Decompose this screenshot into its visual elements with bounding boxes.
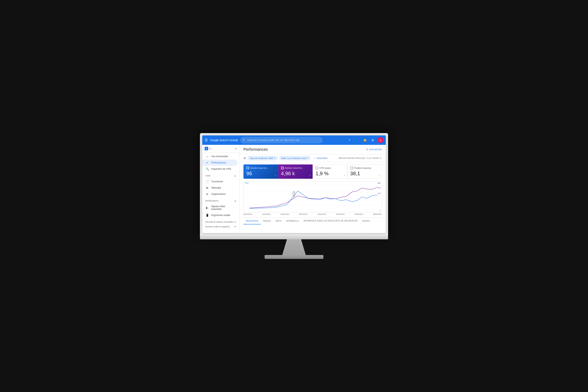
monitor-chin (200, 236, 388, 239)
metric-card-clics[interactable]: ✓ Nombre total de c... 96 ? (244, 164, 278, 179)
chart-y-right-values: 300 150 (378, 185, 380, 196)
sidebar-item-suppressions[interactable]: ⊘ Suppressions (202, 191, 238, 197)
metric-checkbox-impressions[interactable]: ✓ (281, 166, 284, 169)
metric-value-position: 38,1 (350, 170, 379, 176)
sidebar-item-label: Couverture (211, 180, 223, 183)
search-icon: 🔍 (206, 168, 209, 170)
sidebar-item-ergonomie[interactable]: 📱 Ergonomie mobile (202, 212, 238, 218)
anciens-outils-section-header[interactable]: Anciens outils et rapports ▼ (202, 224, 239, 228)
filter-icon: ⚙ (244, 156, 246, 160)
metric-card-ctr[interactable]: CTR moyen 1,9 % ? (312, 164, 347, 179)
sidebar-item-inspection-url[interactable]: 🔍 Inspection de l'URL (202, 166, 238, 172)
chart-y-left-label: Clics (245, 182, 249, 184)
site-icon: C (204, 147, 208, 150)
tab-pays[interactable]: PAYS (273, 218, 284, 224)
x-label-8: 08/03/2021 (373, 213, 382, 215)
index-nav-section: 📄 Couverture ⊞ Sitemaps ⊘ Suppressions (202, 178, 239, 198)
chart-x-labels: 08/02/2021 12/02/2021 16/02/2021 20/02/2… (244, 212, 382, 215)
x-label-5: 24/02/2021 (318, 213, 326, 215)
tab-dates[interactable]: DATES (360, 218, 372, 224)
edit-icon-2: ✎ (307, 157, 308, 159)
filters-bar: ⚙ Type de recherche: Web ✎ Date: Les 3 d… (240, 154, 386, 162)
download-icon: ⬇ (366, 148, 368, 151)
add-filter-button[interactable]: ＋ NOUVEAU (312, 156, 330, 160)
securite-section-label: Sécurité et actions manuelles (206, 221, 234, 223)
add-filter-label: NOUVEAU (317, 157, 328, 159)
top-nav: ☰ Google Search Console 🔍 ? 👤 🔔 ⊞ a (202, 136, 386, 145)
help-icon-position: ? (378, 175, 380, 177)
tab-requetes[interactable]: REQUÊTES (244, 218, 261, 224)
add-icon: ＋ (314, 156, 316, 160)
browser-window: ☰ Google Search Console 🔍 ? 👤 🔔 ⊞ a (202, 136, 386, 233)
nav-icons: ? 👤 🔔 ⊞ a (346, 137, 384, 143)
hamburger-icon[interactable]: ☰ (204, 138, 208, 142)
filter-date-label: Date: Les 3 derniers mois (282, 157, 306, 159)
filter-chip-date[interactable]: Date: Les 3 derniers mois ✎ (279, 156, 310, 160)
help-icon-impressions: ? (309, 175, 310, 177)
metric-checkbox-position[interactable] (350, 166, 353, 169)
export-button[interactable]: ⬇ EXPORTER (366, 148, 382, 151)
ameliorations-section-header: Améliorations ▲ (202, 198, 239, 203)
tab-pages[interactable]: PAGES (261, 218, 274, 224)
x-label-3: 16/02/2021 (280, 213, 289, 215)
sidebar-item-signaux-web[interactable]: ◐ Signaux Web essentiels (202, 204, 238, 212)
metric-value-clics: 96 (246, 170, 275, 176)
app-title: Google Search Console (210, 138, 238, 142)
search-bar[interactable]: 🔍 (240, 137, 322, 144)
sidebar-item-vue-ensemble[interactable]: ⌂ Vue d'ensemble (202, 153, 238, 160)
help-icon[interactable]: ? (346, 137, 352, 143)
apps-icon[interactable]: ⊞ (370, 137, 376, 143)
metric-checkbox-ctr[interactable] (316, 166, 318, 169)
edit-icon: ✎ (274, 157, 276, 159)
chart-area: Clics 450 300 150 0 (244, 181, 382, 212)
last-update-text: Date de la dernière mise à jour : il y a… (338, 157, 379, 159)
chevron-up-icon-2[interactable]: ▲ (234, 200, 236, 202)
chevron-down-icon: ▼ (235, 148, 237, 150)
chart-container: Clics 450 300 150 0 (240, 181, 386, 218)
content-header: Performances ⬇ EXPORTER (240, 145, 386, 154)
sidebar-item-label: Suppressions (211, 193, 226, 196)
chevron-down-icon-anciens[interactable]: ▼ (234, 226, 236, 228)
ameliorations-nav-section: ◐ Signaux Web essentiels 📱 Ergonomie mob… (202, 203, 239, 219)
avatar[interactable]: a (378, 137, 384, 143)
metric-card-impressions[interactable]: ✓ Nombre total d'im... 4,96 k ? (278, 164, 313, 179)
monitor-screen: ☰ Google Search Console 🔍 ? 👤 🔔 ⊞ a (200, 133, 388, 236)
sidebar-item-couverture[interactable]: 📄 Couverture (202, 178, 238, 185)
accounts-icon[interactable]: 👤 (354, 137, 360, 143)
site-selector[interactable]: C C... ▼ (202, 145, 239, 152)
file-icon: 📄 (206, 180, 209, 183)
ameliorations-section-label: Améliorations (206, 200, 218, 202)
sidebar-item-label: Sitemaps (211, 186, 221, 189)
notifications-icon[interactable]: 🔔 (362, 137, 368, 143)
chart-y-right-450: 450 (378, 182, 380, 184)
sidebar-item-label: Ergonomie mobile (211, 214, 230, 216)
sidebar-item-label: Performances (211, 161, 226, 164)
monitor-stand-base (264, 255, 324, 259)
metric-value-ctr: 1,9 % (316, 170, 344, 176)
x-label-4: 20/02/2021 (299, 213, 308, 215)
block-icon: ⊘ (206, 192, 209, 196)
tab-appareils[interactable]: APPAREILS (284, 218, 301, 224)
securite-section-header[interactable]: Sécurité et actions manuelles ▼ (202, 219, 239, 224)
x-label-7: 04/03/2021 (354, 213, 364, 215)
search-input[interactable] (247, 139, 320, 142)
chevron-up-icon[interactable]: ▲ (234, 175, 236, 177)
sidebar-item-label: Inspection de l'URL (211, 168, 232, 170)
metric-checkbox-clics[interactable]: ✓ (246, 166, 249, 169)
filter-type-label: Type de recherche: Web (250, 157, 273, 159)
metric-card-position[interactable]: Position moyenne 38,1 ? (347, 164, 382, 179)
index-section-header: Index ▲ (202, 173, 239, 178)
vitals-icon: ◐ (206, 206, 209, 209)
site-name: C... (209, 148, 234, 150)
tab-apparence[interactable]: APPARENCE DANS LES RÉSULTATS DE RECHERCH… (301, 218, 360, 224)
help-icon-ctr: ? (344, 175, 345, 177)
metric-header-impressions: ✓ Nombre total d'im... (281, 166, 310, 169)
sidebar-item-performances[interactable]: ↗ Performances (202, 160, 238, 166)
sidebar-item-sitemaps[interactable]: ⊞ Sitemaps (202, 185, 238, 191)
metric-header-ctr: CTR moyen (316, 166, 344, 169)
metric-header-clics: ✓ Nombre total de c... (246, 166, 275, 169)
sidebar: C C... ▼ ⌂ Vue d'ensemble ↗ Performances (202, 145, 240, 233)
chevron-down-icon-securite[interactable]: ▼ (234, 221, 236, 223)
filter-chip-type[interactable]: Type de recherche: Web ✎ (248, 156, 278, 160)
tabs-bar: REQUÊTES PAGES PAYS APPAREILS APPARENCE … (240, 218, 386, 224)
